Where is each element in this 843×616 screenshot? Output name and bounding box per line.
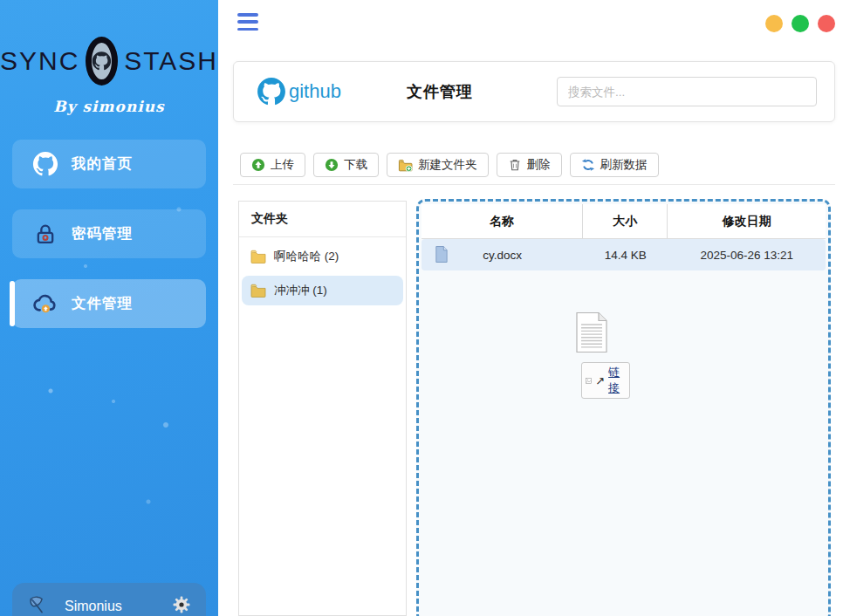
folder-label: 冲冲冲 (1) (274, 283, 327, 298)
github-icon (257, 77, 286, 106)
sidebar-item-label: 文件管理 (72, 294, 133, 313)
main-area: github 文件管理 上传 下载 新建文件 (218, 0, 843, 616)
logo-text-left: SYNC (0, 46, 79, 76)
github-brand[interactable]: github (257, 62, 341, 121)
table-row[interactable]: cy.docx 14.4 KB 2025-06-26 13:21 (422, 239, 826, 270)
external-arrow-icon: ↗ (595, 375, 605, 387)
button-label: 下载 (344, 157, 367, 173)
sidebar-item-label: 密码管理 (72, 224, 133, 243)
folder-panel-title: 文件夹 (239, 202, 406, 237)
download-icon (325, 158, 339, 172)
button-label: 上传 (271, 157, 294, 173)
maximize-button[interactable] (792, 15, 809, 32)
refresh-button[interactable]: 刷新数据 (570, 153, 659, 177)
lock-icon (31, 220, 59, 248)
folder-panel: 文件夹 啊哈哈哈 (2) 冲冲冲 (1) (238, 201, 407, 616)
sidebar-item-files[interactable]: 文件管理 (12, 279, 206, 328)
gear-icon[interactable] (171, 594, 192, 616)
delete-button[interactable]: 删除 (497, 153, 562, 177)
broken-image-icon (586, 376, 592, 386)
column-header-name[interactable]: 名称 (422, 204, 583, 238)
toolbar: 上传 下载 新建文件夹 删除 (240, 153, 659, 177)
file-icon (434, 245, 449, 266)
sidebar-item-label: 我的首页 (72, 154, 133, 174)
octocat-icon (31, 150, 59, 178)
cat-avatar-icon (86, 37, 118, 86)
folder-label: 啊哈哈哈 (2) (274, 249, 339, 264)
logo-byline: By simonius (0, 98, 218, 115)
cloud-upload-icon (31, 290, 59, 318)
file-preview: ↗ 链接 (554, 311, 629, 399)
folder-icon (250, 284, 266, 298)
search-input[interactable] (557, 77, 817, 106)
sidebar-item-home[interactable]: 我的首页 (12, 140, 206, 188)
close-button[interactable] (818, 15, 835, 32)
file-modified: 2025-06-26 13:21 (668, 239, 826, 270)
document-preview-icon (574, 311, 609, 353)
button-label: 删除 (527, 157, 551, 173)
column-header-size[interactable]: 大小 (583, 204, 668, 238)
folder-item[interactable]: 啊哈哈哈 (2) (242, 242, 403, 271)
download-button[interactable]: 下载 (313, 153, 379, 177)
column-header-modified[interactable]: 修改日期 (668, 204, 826, 238)
open-link-button[interactable]: ↗ 链接 (581, 362, 630, 399)
menu-toggle-icon[interactable] (237, 13, 258, 31)
folder-item-selected[interactable]: 冲冲冲 (1) (242, 276, 403, 305)
table-header: 名称 大小 修改日期 (422, 204, 826, 239)
minimize-button[interactable] (765, 15, 783, 32)
app-logo: SYNC STASH (0, 37, 218, 86)
upload-icon (251, 158, 265, 172)
link-label: 链接 (608, 365, 623, 396)
trash-icon (508, 158, 522, 172)
new-folder-button[interactable]: 新建文件夹 (387, 153, 489, 177)
sidebar-item-passwords[interactable]: 密码管理 (12, 209, 206, 258)
user-box[interactable]: Simonius (12, 583, 206, 616)
header-card: github 文件管理 (233, 61, 835, 122)
window-controls (765, 15, 835, 32)
brand-text: github (289, 80, 341, 103)
file-drop-zone[interactable]: 名称 大小 修改日期 cy.docx 14.4 KB 2025-06-26 13… (416, 199, 831, 616)
file-table: 名称 大小 修改日期 cy.docx 14.4 KB 2025-06-26 13… (422, 204, 826, 270)
sidebar: SYNC STASH By simonius 我的首页 密码管理 (0, 0, 218, 616)
file-size: 14.4 KB (583, 239, 668, 270)
refresh-icon (581, 158, 595, 172)
file-name: cy.docx (483, 249, 522, 262)
page-title: 文件管理 (407, 62, 473, 121)
folder-icon (250, 250, 266, 264)
quill-icon (26, 592, 51, 616)
divider (233, 184, 835, 185)
new-folder-icon (398, 158, 413, 173)
button-label: 刷新数据 (600, 157, 648, 173)
logo-text-right: STASH (124, 46, 218, 76)
button-label: 新建文件夹 (418, 157, 477, 173)
upload-button[interactable]: 上传 (240, 153, 305, 177)
user-name: Simonius (65, 599, 157, 614)
